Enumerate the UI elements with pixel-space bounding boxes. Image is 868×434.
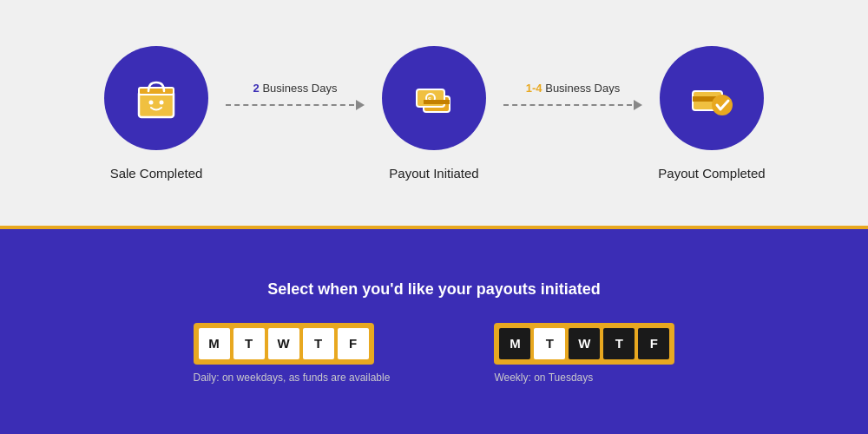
arrow2-bold: 1-4 xyxy=(526,82,542,95)
day-M-weekly[interactable]: M xyxy=(499,328,530,359)
day-F-daily[interactable]: F xyxy=(338,328,369,359)
arrow1-dashed xyxy=(226,100,365,110)
step-sale-completed: Sale Completed xyxy=(87,46,226,181)
payout-option-daily[interactable]: M T W T F Daily: on weekdays, as funds a… xyxy=(194,323,391,384)
step2-label: Payout Initiated xyxy=(389,166,478,181)
svg-point-11 xyxy=(712,95,733,115)
arrow1-section: 2 Business Days xyxy=(226,82,365,110)
bottom-title: Select when you'd like your payouts init… xyxy=(267,280,600,299)
arrow1-line xyxy=(226,104,354,106)
daily-day-selector[interactable]: M T W T F xyxy=(194,323,374,365)
step1-circle xyxy=(104,46,208,150)
steps-container: Sale Completed 2 Business Days xyxy=(87,46,781,181)
day-Th-weekly[interactable]: T xyxy=(603,328,635,359)
arrow2-section: 1-4 Business Days xyxy=(503,82,642,110)
day-T-weekly[interactable]: T xyxy=(534,328,565,359)
svg-point-3 xyxy=(160,100,164,104)
step3-label: Payout Completed xyxy=(658,166,765,181)
arrow2-head xyxy=(634,100,642,110)
step-payout-completed: Payout Completed xyxy=(642,46,781,181)
day-M-daily[interactable]: M xyxy=(199,328,230,359)
arrow1-label: 2 Business Days xyxy=(253,82,338,95)
svg-point-2 xyxy=(149,100,154,104)
arrow1-bold: 2 xyxy=(253,82,260,95)
arrow2-rest: Business Days xyxy=(542,82,621,95)
arrow1-rest: Business Days xyxy=(260,82,338,95)
step-payout-initiated: $ Payout Initiated xyxy=(365,46,503,181)
weekly-day-selector[interactable]: M T W T F xyxy=(494,323,674,365)
svg-rect-1 xyxy=(139,88,174,95)
day-Th-daily[interactable]: T xyxy=(303,328,334,359)
day-W-weekly[interactable]: W xyxy=(569,328,600,359)
payout-options: M T W T F Daily: on weekdays, as funds a… xyxy=(194,323,675,384)
step3-circle xyxy=(660,46,764,150)
arrow2-dashed xyxy=(503,100,642,110)
arrow2-line xyxy=(503,104,632,106)
weekly-description: Weekly: on Tuesdays xyxy=(494,372,593,384)
arrow1-head xyxy=(356,100,365,110)
top-section: Sale Completed 2 Business Days xyxy=(0,0,868,226)
step1-label: Sale Completed xyxy=(110,166,203,181)
bottom-section: Select when you'd like your payouts init… xyxy=(0,226,868,434)
step2-circle: $ xyxy=(382,46,486,150)
day-W-daily[interactable]: W xyxy=(268,328,299,359)
daily-description: Daily: on weekdays, as funds are availab… xyxy=(194,372,391,384)
payout-option-weekly[interactable]: M T W T F Weekly: on Tuesdays xyxy=(494,323,674,384)
day-T-daily[interactable]: T xyxy=(233,328,265,359)
svg-rect-8 xyxy=(424,100,450,104)
arrow2-label: 1-4 Business Days xyxy=(526,82,620,95)
day-F-weekly[interactable]: F xyxy=(638,328,669,359)
